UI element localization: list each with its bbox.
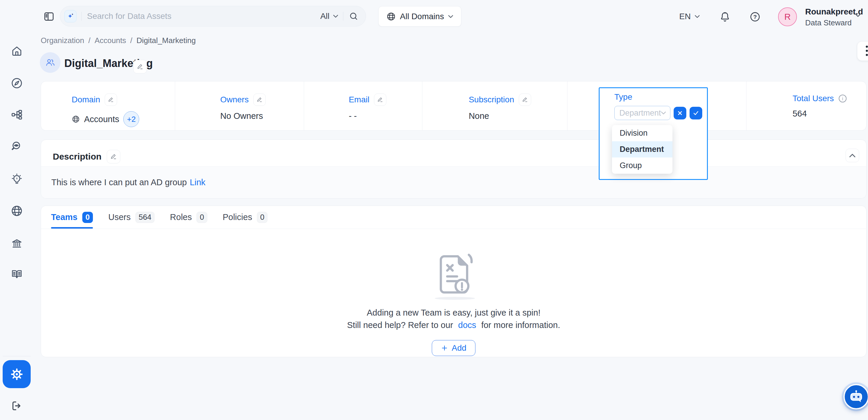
owners-label: Owners — [220, 95, 249, 104]
search-input[interactable] — [87, 11, 320, 21]
total-users-label: Total Users — [793, 94, 834, 103]
tab-users[interactable]: Users 564 — [108, 206, 155, 229]
summary-col-owners: Owners No Owners — [175, 82, 304, 130]
edit-description-button[interactable] — [107, 150, 120, 163]
description-card: Description This is where I can put an A… — [41, 140, 867, 199]
sidebar-item-lineage[interactable] — [10, 108, 24, 121]
domain-value[interactable]: Accounts — [84, 115, 119, 124]
svg-text:?: ? — [753, 14, 757, 20]
edit-subscription-button[interactable] — [519, 93, 531, 106]
manage-kebab-menu-button[interactable] — [857, 41, 868, 61]
topbar: All All Domains EN ? R Rounakpreet.d Dat… — [0, 0, 868, 33]
edit-pencil-icon — [136, 63, 144, 70]
sidebar-item-glossary[interactable] — [10, 267, 24, 281]
description-label: Description — [53, 152, 101, 162]
collapse-description-button[interactable] — [845, 149, 859, 162]
chevron-down-icon — [661, 111, 666, 115]
logout-icon — [11, 400, 23, 412]
team-avatar — [40, 52, 60, 73]
svg-text:i: i — [842, 96, 843, 101]
type-select[interactable]: Department — [614, 106, 671, 120]
owners-value: No Owners — [220, 111, 263, 121]
global-search-bar: All — [60, 6, 366, 27]
user-menu-chevron-icon[interactable] — [855, 13, 867, 25]
sidebar-divider — [3, 356, 31, 356]
domain-more-badge[interactable]: +2 — [123, 111, 139, 127]
all-domains-button[interactable]: All Domains — [378, 6, 461, 27]
plus-icon — [441, 344, 448, 352]
add-button-label: Add — [452, 343, 467, 353]
ai-sparkles-icon[interactable] — [64, 10, 77, 22]
language-dropdown[interactable]: EN — [679, 12, 700, 21]
add-team-button[interactable]: Add — [432, 340, 476, 356]
type-option-division[interactable]: Division — [612, 125, 673, 141]
summary-col-domain: Domain Accounts +2 — [41, 82, 175, 130]
sidebar-item-insights[interactable] — [10, 173, 24, 186]
tab-users-count: 564 — [135, 212, 155, 223]
tab-policies[interactable]: Policies 0 — [223, 206, 268, 229]
sidebar-item-logout[interactable] — [10, 399, 24, 413]
chatbot-button[interactable] — [843, 384, 868, 409]
sidebar-item-explore[interactable] — [10, 77, 24, 90]
tab-roles[interactable]: Roles 0 — [170, 206, 207, 229]
description-link[interactable]: Link — [190, 178, 205, 187]
edit-domain-button[interactable] — [105, 93, 117, 106]
user-menu[interactable]: Rounakpreet.d Data Steward — [805, 6, 863, 28]
edit-owners-button[interactable] — [253, 93, 266, 106]
tab-teams-label: Teams — [51, 212, 78, 222]
edit-email-button[interactable] — [374, 93, 386, 106]
domain-globe-icon — [72, 115, 80, 123]
lightbulb-bolt-icon — [11, 173, 23, 185]
confirm-type-button[interactable] — [689, 107, 702, 119]
breadcrumb-separator: / — [130, 36, 132, 45]
summary-col-subscription: Subscription None — [422, 82, 567, 130]
flow-graph-icon — [11, 109, 23, 121]
summary-col-total-users: Total Users i 564 — [746, 82, 866, 130]
tab-roles-label: Roles — [170, 212, 192, 222]
user-avatar[interactable]: R — [778, 7, 797, 26]
description-text: This is where I can put an AD group — [51, 178, 187, 187]
breadcrumb-item-accounts[interactable]: Accounts — [95, 36, 126, 45]
breadcrumb-item-current: Digital_Marketing — [136, 36, 196, 45]
chevron-down-icon — [694, 15, 700, 18]
empty-help-prefix: Still need help? Refer to our — [347, 320, 453, 330]
breadcrumb-item-organization[interactable]: Organization — [41, 36, 84, 45]
sidebar-item-domains[interactable] — [10, 204, 24, 218]
email-label: Email — [349, 95, 369, 104]
type-option-department[interactable]: Department — [612, 141, 673, 157]
notifications-bell-icon[interactable] — [719, 11, 731, 23]
tab-bar: Teams 0 Users 564 Roles 0 Policies 0 — [41, 206, 866, 229]
chevron-down-icon — [333, 14, 338, 18]
help-question-icon[interactable]: ? — [749, 11, 761, 23]
tab-teams[interactable]: Teams 0 — [51, 206, 93, 229]
search-icon[interactable] — [349, 11, 359, 21]
user-role: Data Steward — [805, 18, 863, 28]
team-people-icon — [44, 57, 56, 68]
email-value: - - — [349, 111, 356, 121]
type-options-dropdown: Division Department Group — [612, 125, 673, 174]
sidebar-item-settings[interactable] — [3, 360, 31, 388]
kebab-dots-icon — [865, 45, 868, 57]
all-domains-label: All Domains — [400, 12, 444, 21]
sidebar-toggle-button[interactable] — [43, 11, 55, 22]
type-select-placeholder: Department — [619, 109, 661, 118]
compass-icon — [11, 77, 23, 89]
home-icon — [11, 45, 23, 57]
sidebar-item-home[interactable] — [10, 44, 24, 58]
sidebar-item-governance[interactable] — [10, 237, 24, 250]
type-label: Type — [614, 92, 632, 102]
type-edit-spotlight: Type Department Division Department Grou… — [599, 87, 708, 180]
subscription-value: None — [469, 111, 489, 121]
breadcrumb-separator: / — [88, 36, 90, 45]
tab-roles-count: 0 — [196, 212, 207, 223]
tab-users-label: Users — [108, 212, 131, 222]
edit-title-button[interactable] — [133, 60, 147, 73]
open-book-icon — [11, 268, 23, 280]
docs-link[interactable]: docs — [458, 320, 476, 330]
type-option-group[interactable]: Group — [612, 157, 673, 174]
sidebar-item-observability[interactable] — [10, 140, 24, 153]
language-label: EN — [679, 12, 691, 21]
left-sidebar — [0, 0, 33, 420]
cancel-type-button[interactable] — [674, 107, 686, 119]
search-scope-dropdown[interactable]: All — [320, 11, 338, 21]
